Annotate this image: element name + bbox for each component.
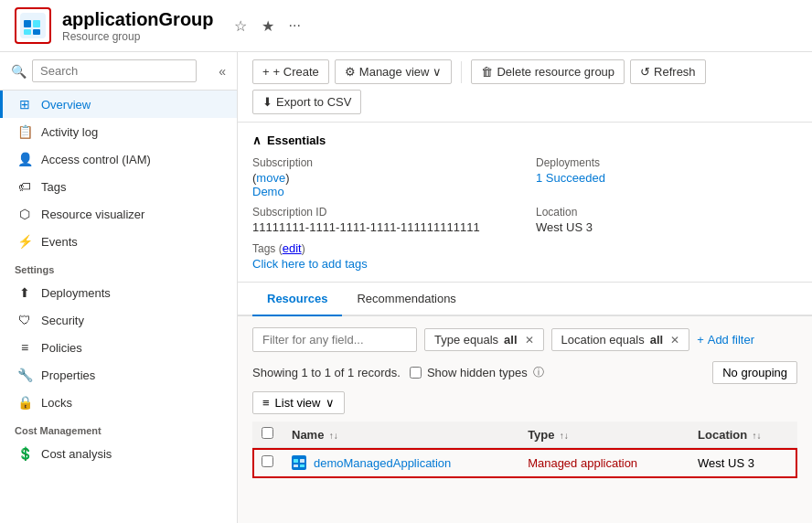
subscription-move-link[interactable]: move: [256, 171, 285, 185]
tags-add-link[interactable]: Click here to add tags: [252, 257, 368, 271]
deployments-link[interactable]: 1 Succeeded: [536, 171, 605, 185]
show-hidden-checkbox[interactable]: [410, 367, 422, 379]
select-all-checkbox[interactable]: [262, 427, 273, 439]
row-name-cell: demoManagedApplication: [283, 448, 518, 478]
sidebar-label-locks: Locks: [41, 396, 72, 410]
sidebar-label-overview: Overview: [41, 98, 91, 112]
essentials-grid: Subscription (move) Demo Deployments 1 S…: [252, 156, 797, 271]
export-button[interactable]: ⬇ Export to CSV: [252, 90, 361, 114]
sidebar-item-access-control[interactable]: 👤 Access control (IAM): [0, 145, 237, 173]
deployments-value: 1 Succeeded: [536, 171, 797, 185]
search-icon: 🔍: [11, 64, 27, 79]
svg-rect-6: [294, 459, 298, 463]
sidebar-item-activity-log[interactable]: 📋 Activity log: [0, 118, 237, 145]
location-filter-tag: Location equals all ✕: [551, 328, 690, 351]
row-checkbox[interactable]: [262, 455, 273, 467]
subscription-demo-link[interactable]: Demo: [252, 185, 284, 198]
resource-name-link[interactable]: demoManagedApplication: [292, 455, 509, 470]
essentials-section: ∧ Essentials Subscription (move) Demo De…: [238, 123, 812, 283]
essentials-subscription: Subscription (move) Demo: [252, 156, 514, 198]
create-button[interactable]: + + Create: [252, 59, 329, 84]
more-options-icon[interactable]: ···: [287, 16, 303, 36]
add-filter-button[interactable]: + Add filter: [697, 333, 754, 347]
sidebar-label-security: Security: [41, 314, 84, 327]
sidebar-item-security[interactable]: 🛡 Security: [0, 306, 237, 334]
delete-button[interactable]: 🗑 Delete resource group: [471, 59, 625, 84]
collapse-sidebar-button[interactable]: «: [219, 64, 226, 79]
essentials-subscription-id: Subscription ID 11111111-1111-1111-1111-…: [252, 206, 514, 234]
list-view-button[interactable]: ≡ List view ∨: [252, 391, 345, 414]
activity-log-icon: 📋: [17, 124, 32, 139]
subscription-id-label: Subscription ID: [252, 206, 514, 219]
search-input[interactable]: [32, 59, 197, 82]
tab-resources[interactable]: Resources: [252, 283, 342, 316]
toolbar-divider-1: [461, 61, 462, 83]
sidebar-item-locks[interactable]: 🔒 Locks: [0, 389, 237, 416]
subscription-id-value: 11111111-1111-1111-1111-111111111111: [252, 220, 514, 234]
essentials-collapse-icon[interactable]: ∧: [252, 133, 262, 147]
sidebar-item-cost-analysis[interactable]: 💲 Cost analysis: [0, 440, 237, 467]
essentials-header: ∧ Essentials: [252, 133, 797, 147]
no-grouping-button[interactable]: No grouping: [712, 361, 797, 384]
location-filter-close-icon[interactable]: ✕: [670, 334, 679, 347]
sidebar-item-policies[interactable]: ≡ Policies: [0, 334, 237, 361]
subscription-label: Subscription: [252, 156, 514, 169]
tags-add-link-container: Click here to add tags: [252, 257, 797, 271]
locks-icon: 🔒: [17, 395, 32, 410]
type-filter-close-icon[interactable]: ✕: [525, 334, 534, 347]
column-location: Location ↑↓: [689, 422, 797, 448]
subscription-value: (move) Demo: [252, 171, 514, 198]
content-toolbar: + + Create ⚙ Manage view ∨ 🗑 Delete reso…: [238, 52, 812, 123]
sidebar-item-events[interactable]: ⚡ Events: [0, 228, 237, 255]
sidebar-label-policies: Policies: [41, 341, 82, 355]
resource-visualizer-icon: ⬡: [17, 207, 32, 221]
tags-edit-link[interactable]: edit: [283, 241, 302, 255]
sidebar-item-deployments[interactable]: ⬆ Deployments: [0, 279, 237, 306]
type-filter-tag: Type equals all ✕: [424, 328, 544, 351]
table-row[interactable]: demoManagedApplication Managed applicati…: [252, 448, 797, 478]
location-sort-icon[interactable]: ↑↓: [753, 431, 762, 441]
info-icon[interactable]: ⓘ: [533, 365, 544, 380]
header-title-block: applicationGroup Resource group: [62, 9, 214, 43]
list-view-chevron-icon: ∨: [326, 396, 335, 410]
sidebar-label-properties: Properties: [41, 368, 95, 382]
column-type-label: Type: [528, 428, 554, 442]
sidebar-label-tags: Tags: [41, 180, 66, 194]
sidebar-item-tags[interactable]: 🏷 Tags: [0, 173, 237, 200]
sidebar-label-deployments: Deployments: [41, 286, 111, 300]
list-view-label: List view: [275, 396, 321, 410]
app-name: applicationGroup: [62, 9, 214, 30]
svg-rect-8: [294, 464, 298, 467]
sidebar-item-resource-visualizer[interactable]: ⬡ Resource visualizer: [0, 200, 237, 228]
app-icon-box: [15, 7, 51, 44]
add-filter-icon: +: [697, 333, 704, 347]
favorite-icon[interactable]: ☆: [232, 16, 249, 37]
delete-icon: 🗑: [481, 65, 493, 79]
sidebar-item-overview[interactable]: ⊞ Overview: [0, 91, 237, 118]
tab-recommendations[interactable]: Recommendations: [342, 283, 470, 316]
sidebar-item-properties[interactable]: 🔧 Properties: [0, 361, 237, 389]
tags-icon: 🏷: [17, 179, 32, 194]
svg-rect-7: [300, 459, 304, 463]
table-body: demoManagedApplication Managed applicati…: [252, 448, 797, 478]
manage-view-button[interactable]: ⚙ Manage view ∨: [335, 59, 453, 84]
events-icon: ⚡: [17, 234, 32, 249]
showing-text: Showing 1 to 1 of 1 records.: [252, 366, 401, 379]
cost-analysis-icon: 💲: [17, 446, 32, 461]
essentials-deployments: Deployments 1 Succeeded: [536, 156, 797, 198]
content-area: + + Create ⚙ Manage view ∨ 🗑 Delete reso…: [238, 52, 812, 523]
access-control-icon: 👤: [17, 152, 32, 166]
tags-label: Tags (edit): [252, 241, 797, 255]
sidebar-label-events: Events: [41, 235, 78, 249]
name-sort-icon[interactable]: ↑↓: [329, 431, 338, 441]
manage-view-label: Manage view: [359, 65, 430, 79]
cost-management-section-label: Cost Management: [0, 416, 237, 440]
filter-input[interactable]: [252, 327, 417, 352]
type-sort-icon[interactable]: ↑↓: [560, 431, 569, 441]
svg-rect-2: [33, 20, 40, 27]
star-icon[interactable]: ★: [260, 16, 276, 37]
refresh-button[interactable]: ↺ Refresh: [630, 59, 706, 84]
list-view-icon: ≡: [262, 396, 270, 410]
export-label: Export to CSV: [276, 95, 351, 109]
showing-row: Showing 1 to 1 of 1 records. Show hidden…: [252, 361, 797, 384]
